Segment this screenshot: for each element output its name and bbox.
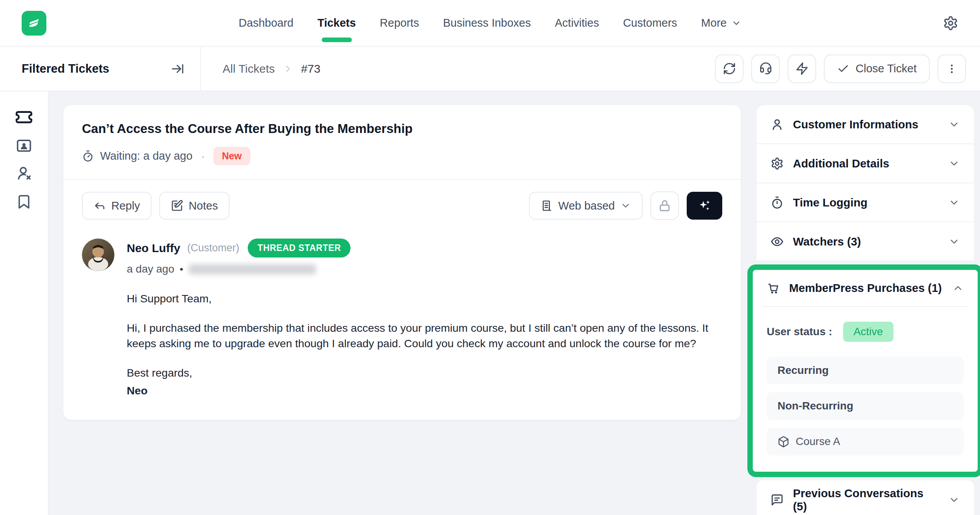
timer-icon	[771, 196, 784, 209]
chat-bubble-icon	[771, 493, 784, 506]
nav-more-label: More	[701, 17, 726, 29]
message-signature: Neo	[127, 383, 722, 398]
previous-conversations-card: Previous Conversations (5)	[757, 480, 974, 515]
ticket-title: Can’t Access the Course After Buying the…	[82, 121, 722, 136]
toolbar-actions: Close Ticket	[715, 55, 966, 83]
package-icon	[778, 436, 789, 448]
message-signoff: Best regards,	[127, 365, 722, 380]
ticket-toolbar: Filtered Tickets All Tickets #73 Close T…	[0, 47, 980, 91]
refresh-button[interactable]	[715, 55, 744, 83]
purchase-group-recurring[interactable]: Recurring	[767, 356, 964, 384]
source-label: Web based	[558, 200, 615, 212]
chevron-up-icon	[952, 282, 964, 294]
nav-more[interactable]: More	[701, 17, 741, 29]
purchase-group-label: Recurring	[778, 364, 829, 377]
purchase-item-course-a[interactable]: Course A	[767, 428, 964, 455]
meta-separator: ·	[201, 150, 205, 163]
stopwatch-icon	[82, 150, 94, 162]
collapse-panel-icon[interactable]	[171, 62, 185, 76]
thread-starter-badge: THREAD STARTER	[248, 239, 350, 258]
section-previous-conversations[interactable]: Previous Conversations (5)	[757, 480, 974, 515]
section-label: Time Logging	[793, 196, 939, 209]
building-icon	[541, 200, 553, 212]
more-options-button[interactable]	[937, 55, 966, 83]
headset-icon	[759, 62, 772, 75]
chevron-down-icon	[948, 197, 960, 208]
ticket-icon	[15, 108, 33, 126]
breadcrumb-all-tickets[interactable]: All Tickets	[223, 62, 275, 75]
chevron-down-icon	[948, 236, 960, 247]
nav-dashboard[interactable]: Dashboard	[239, 17, 294, 29]
notes-label: Notes	[189, 200, 218, 212]
bookmark-icon	[16, 194, 32, 210]
status-badge: New	[213, 147, 250, 165]
chevron-down-icon	[948, 158, 960, 169]
close-ticket-button[interactable]: Close Ticket	[824, 55, 930, 83]
rail-tickets-icon[interactable]	[15, 108, 33, 126]
lock-icon	[658, 199, 671, 212]
message-greeting: Hi Support Team,	[127, 291, 722, 306]
main-area: Can’t Access the Course After Buying the…	[49, 91, 980, 515]
lightning-icon	[795, 62, 809, 75]
section-watchers[interactable]: Watchers (3)	[757, 222, 974, 261]
section-customer-informations[interactable]: Customer Informations	[757, 105, 974, 144]
memberpress-title: MemberPress Purchases (1)	[789, 281, 943, 295]
purchase-group-label: Non-Recurring	[778, 400, 853, 412]
top-header: Dashboard Tickets Reports Business Inbox…	[0, 0, 980, 47]
section-label: Additional Details	[793, 157, 939, 170]
sparkles-icon	[698, 199, 711, 213]
quick-actions-button[interactable]	[788, 55, 816, 83]
nav-tickets[interactable]: Tickets	[317, 17, 356, 29]
redacted-email	[189, 264, 316, 275]
lock-button[interactable]	[650, 191, 679, 220]
user-x-icon	[15, 165, 32, 182]
rail-contacts-icon[interactable]	[15, 136, 33, 154]
left-icon-rail	[0, 91, 49, 515]
notes-button[interactable]: Notes	[159, 192, 230, 220]
memberpress-header[interactable]: MemberPress Purchases (1)	[762, 270, 968, 307]
note-edit-icon	[171, 200, 183, 212]
settings-gear-icon[interactable]	[943, 15, 958, 31]
message-body: Hi Support Team, Hi, I purchased the mem…	[127, 291, 722, 398]
user-status-badge: Active	[843, 322, 893, 342]
reply-icon	[94, 200, 106, 212]
chevron-down-icon	[948, 494, 960, 506]
author-name: Neo Luffy	[127, 242, 180, 255]
user-status-label: User status :	[767, 326, 832, 338]
ticket-card: Can’t Access the Course After Buying the…	[63, 105, 741, 420]
reply-button[interactable]: Reply	[82, 192, 151, 220]
message-time: a day ago	[127, 263, 174, 275]
main-nav: Dashboard Tickets Reports Business Inbox…	[239, 17, 742, 29]
nav-reports[interactable]: Reports	[380, 17, 419, 29]
purchase-item-label: Course A	[796, 435, 840, 448]
nav-business-inboxes[interactable]: Business Inboxes	[443, 17, 531, 29]
avatar	[82, 239, 114, 271]
author-role: (Customer)	[187, 242, 239, 254]
support-agent-button[interactable]	[751, 55, 780, 83]
section-label: Watchers (3)	[793, 235, 939, 248]
section-additional-details[interactable]: Additional Details	[757, 144, 974, 183]
nav-customers[interactable]: Customers	[623, 17, 677, 29]
time-separator: •	[180, 263, 183, 275]
close-ticket-label: Close Ticket	[856, 62, 917, 75]
logo-glyph	[26, 15, 43, 32]
kebab-menu-icon	[946, 63, 958, 75]
chevron-down-icon	[731, 18, 741, 28]
section-time-logging[interactable]: Time Logging	[757, 183, 974, 222]
panel-title: Filtered Tickets	[22, 62, 109, 76]
nav-activities[interactable]: Activities	[555, 17, 599, 29]
section-label: Customer Informations	[793, 118, 939, 131]
section-label: Previous Conversations (5)	[793, 487, 939, 513]
check-icon	[837, 63, 849, 75]
contact-folder-icon	[15, 137, 32, 154]
refresh-icon	[723, 62, 736, 75]
rail-bookmarks-icon[interactable]	[15, 193, 33, 211]
purchase-group-non-recurring[interactable]: Non-Recurring	[767, 392, 964, 420]
source-dropdown[interactable]: Web based	[529, 192, 643, 220]
ai-assistant-button[interactable]	[687, 192, 722, 220]
rail-unassigned-icon[interactable]	[15, 165, 33, 182]
filtered-tickets-panel-header: Filtered Tickets	[0, 47, 201, 90]
breadcrumb-ticket-id: #73	[301, 62, 320, 75]
chevron-down-icon	[948, 119, 960, 130]
fluent-support-logo[interactable]	[22, 11, 46, 36]
